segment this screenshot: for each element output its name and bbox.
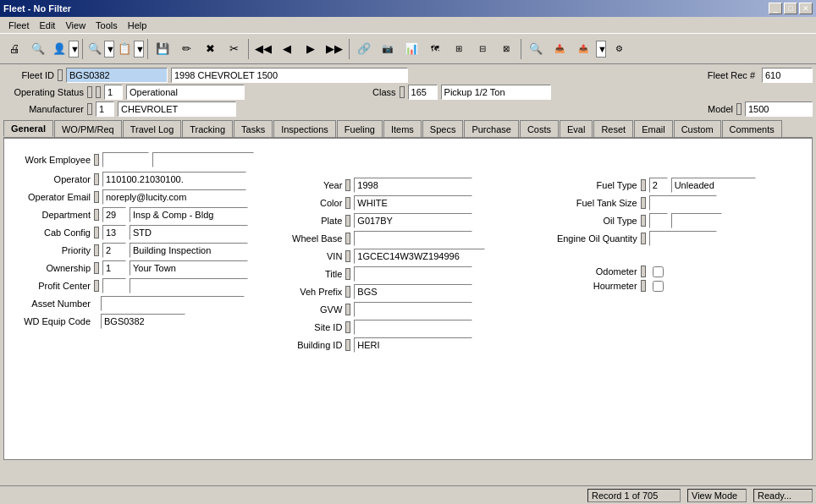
fuel-type-code[interactable]	[649, 178, 668, 193]
mfr-value[interactable]	[118, 101, 236, 117]
engine-oil-qty-input[interactable]	[649, 231, 717, 246]
tb-chart[interactable]: 📊	[400, 38, 422, 60]
tb-extra3[interactable]: ⚙	[608, 38, 630, 60]
tb-filter[interactable]: 🔍	[86, 38, 103, 60]
tab-travel[interactable]: Travel Log	[123, 120, 182, 137]
tab-tracking[interactable]: Tracking	[182, 120, 233, 137]
pc-code[interactable]	[102, 278, 126, 293]
tb-extra-dropdown[interactable]: ▼	[596, 41, 606, 58]
tab-comments[interactable]: Comments	[722, 120, 782, 137]
site-id-input[interactable]	[354, 320, 472, 335]
tb-grid1[interactable]: ⊞	[448, 38, 470, 60]
tb-find[interactable]: 🔍	[27, 38, 49, 60]
tab-reset[interactable]: Reset	[593, 120, 633, 137]
tb-prev[interactable]: ◀	[276, 38, 298, 60]
tab-specs[interactable]: Specs	[422, 120, 464, 137]
engine-oil-qty-label: Engine Oil Quantity	[549, 233, 637, 244]
model-value[interactable]	[745, 101, 813, 117]
tb-user-dropdown[interactable]: ▼	[69, 41, 79, 58]
toolbar-sep-3	[248, 39, 249, 59]
tb-extra1[interactable]: 📥	[549, 38, 571, 60]
veh-prefix-input[interactable]	[354, 284, 472, 299]
fleet-rec-input[interactable]	[762, 68, 813, 83]
tb-first[interactable]: ◀◀	[252, 38, 274, 60]
gvw-input[interactable]	[354, 302, 472, 317]
fleet-id-input[interactable]	[66, 68, 168, 83]
cab-code[interactable]	[102, 225, 126, 240]
tb-last[interactable]: ▶▶	[323, 38, 345, 60]
cab-value[interactable]	[130, 225, 248, 240]
priority-code[interactable]	[102, 243, 126, 258]
menu-view[interactable]: View	[60, 19, 91, 32]
oil-type-value[interactable]	[671, 213, 722, 228]
own-code[interactable]	[102, 260, 126, 276]
asset-num-input[interactable]	[101, 296, 245, 311]
tb-save[interactable]: 💾	[152, 38, 174, 60]
title-bar: Fleet - No Filter _ □ ✕	[0, 0, 816, 17]
pc-value[interactable]	[130, 278, 248, 293]
building-id-input[interactable]	[354, 337, 472, 353]
menu-help[interactable]: Help	[123, 19, 152, 32]
tab-costs[interactable]: Costs	[520, 120, 559, 137]
tb-layout-dropdown[interactable]: ▼	[134, 41, 144, 58]
class-code[interactable]	[408, 85, 438, 100]
tb-filter-dropdown[interactable]: ▼	[104, 41, 114, 58]
wheel-base-input[interactable]	[354, 231, 472, 246]
tb-grid3[interactable]: ⊠	[495, 38, 517, 60]
operator-input[interactable]	[102, 172, 246, 187]
tb-grid2[interactable]: ⊟	[471, 38, 493, 60]
title-input[interactable]	[354, 266, 472, 282]
plate-input[interactable]	[354, 213, 472, 228]
fuel-type-value[interactable]	[671, 178, 756, 193]
tb-edit[interactable]: ✏	[175, 38, 197, 60]
minimize-button[interactable]: _	[769, 3, 782, 14]
tab-custom[interactable]: Custom	[674, 120, 721, 137]
tb-map[interactable]: 🗺	[424, 38, 446, 60]
tb-next[interactable]: ▶	[300, 38, 322, 60]
tab-inspections[interactable]: Inspections	[273, 120, 336, 137]
mfr-code[interactable]	[96, 101, 114, 117]
menu-fleet[interactable]: Fleet	[3, 19, 34, 32]
tab-wo[interactable]: WO/PM/Req	[54, 120, 122, 137]
menu-edit[interactable]: Edit	[34, 19, 60, 32]
tb-layout[interactable]: 📋	[116, 38, 133, 60]
priority-value[interactable]	[130, 243, 248, 258]
tab-email[interactable]: Email	[634, 120, 673, 137]
fleet-name-input[interactable]	[171, 68, 408, 83]
tb-user[interactable]: 👤	[51, 38, 68, 60]
menu-tools[interactable]: Tools	[91, 19, 123, 32]
hourmeter-checkbox[interactable]	[653, 281, 664, 292]
work-employee-code[interactable]	[102, 152, 149, 167]
op-email-input[interactable]	[102, 189, 246, 205]
wd-equip-input[interactable]	[101, 314, 185, 329]
year-input[interactable]	[354, 178, 472, 193]
own-value[interactable]	[130, 260, 248, 276]
close-button[interactable]: ✕	[799, 3, 813, 14]
tab-purchase[interactable]: Purchase	[464, 120, 518, 137]
dept-value[interactable]	[130, 207, 248, 222]
tb-search2[interactable]: 🔍	[525, 38, 547, 60]
tb-delete[interactable]: ✖	[199, 38, 221, 60]
odometer-checkbox[interactable]	[653, 266, 664, 277]
tb-extra2[interactable]: 📤	[572, 38, 594, 60]
tab-items[interactable]: Items	[383, 120, 422, 137]
tb-cut[interactable]: ✂	[223, 38, 245, 60]
tb-photo[interactable]: 📷	[377, 38, 399, 60]
dept-code[interactable]	[102, 207, 126, 222]
op-status-value[interactable]	[126, 85, 245, 100]
tab-fueling[interactable]: Fueling	[337, 120, 383, 137]
vin-input[interactable]	[354, 249, 485, 264]
toolbar-sep-5	[521, 39, 521, 59]
fuel-tank-input[interactable]	[649, 195, 717, 211]
tb-print[interactable]: 🖨	[3, 38, 25, 60]
oil-type-code[interactable]	[649, 213, 668, 228]
tab-eval[interactable]: Eval	[560, 120, 593, 137]
tb-link[interactable]: 🔗	[353, 38, 375, 60]
class-value[interactable]	[441, 85, 551, 100]
maximize-button[interactable]: □	[784, 3, 797, 14]
color-input[interactable]	[354, 195, 472, 211]
work-employee-value[interactable]	[152, 152, 254, 167]
op-status-code[interactable]	[104, 85, 123, 100]
tab-tasks[interactable]: Tasks	[234, 120, 273, 137]
tab-general[interactable]: General	[3, 120, 53, 137]
